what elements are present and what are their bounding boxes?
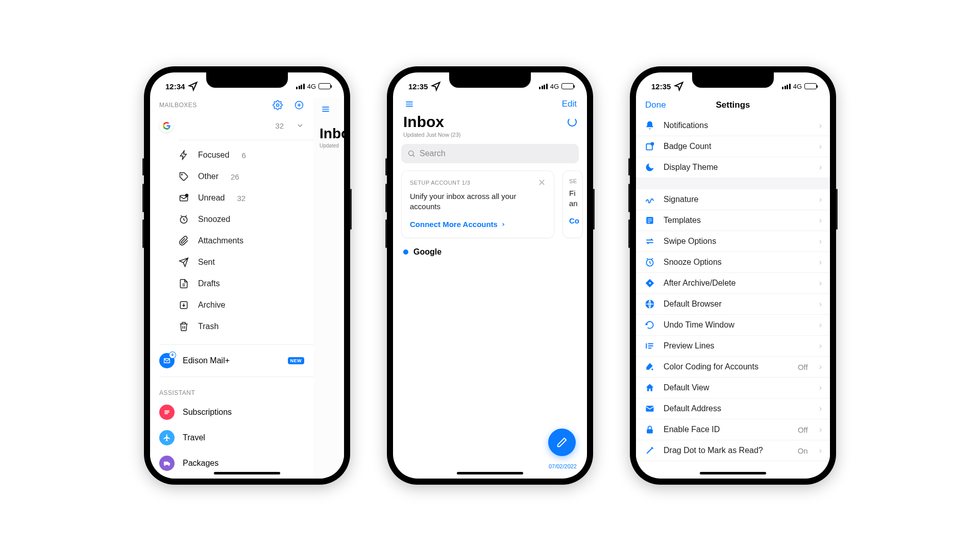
svg-point-9 xyxy=(651,143,654,145)
gear-icon[interactable] xyxy=(273,100,283,110)
svg-point-0 xyxy=(277,104,279,107)
chevron-right-icon: › xyxy=(819,362,822,371)
sidebar-item-attachments[interactable]: Attachments xyxy=(179,230,313,252)
settings-preview-lines[interactable]: Preview Lines› xyxy=(636,336,830,357)
badge-icon xyxy=(644,141,655,152)
new-badge: NEW xyxy=(288,357,305,364)
mail-plus-icon xyxy=(159,353,175,368)
signal-icon xyxy=(782,84,791,89)
signal-icon xyxy=(296,84,305,89)
account-row[interactable]: 32 xyxy=(150,115,313,140)
envelope-icon xyxy=(644,404,655,414)
chevron-down-icon[interactable] xyxy=(296,120,304,131)
svg-rect-13 xyxy=(648,222,650,222)
location-icon xyxy=(188,81,198,91)
clock-icon xyxy=(179,214,189,224)
setup-card-body: Unify your inbox across all your account… xyxy=(410,191,546,212)
sidebar-item-other[interactable]: Other26 xyxy=(179,166,313,187)
done-button[interactable]: Done xyxy=(645,100,666,110)
home-indicator[interactable] xyxy=(214,472,280,474)
chevron-right-icon xyxy=(501,219,506,230)
account-count: 32 xyxy=(275,121,284,130)
home-indicator[interactable] xyxy=(700,472,766,474)
wand-icon xyxy=(644,445,655,456)
battery-icon xyxy=(561,83,574,89)
assistant-subscriptions[interactable]: Subscriptions xyxy=(150,399,313,425)
chevron-right-icon: › xyxy=(819,425,822,434)
svg-point-7 xyxy=(409,151,413,156)
undo-icon xyxy=(644,320,655,330)
chevron-right-icon: › xyxy=(819,299,822,309)
svg-rect-11 xyxy=(648,219,652,219)
google-account-icon xyxy=(159,118,174,133)
assistant-heading: ASSISTANT xyxy=(150,384,313,399)
settings-swipe-options[interactable]: Swipe Options› xyxy=(636,231,830,252)
mailboxes-heading: MAILBOXES xyxy=(159,102,197,109)
edison-mail-plus-row[interactable]: Edison Mail+ NEW xyxy=(159,344,313,377)
trash-icon xyxy=(179,321,189,332)
alarm-icon xyxy=(644,257,655,267)
settings-badge-count[interactable]: Badge Count› xyxy=(636,136,830,157)
hamburger-icon[interactable] xyxy=(320,104,332,114)
settings-default-browser[interactable]: Default Browser› xyxy=(636,294,830,315)
chevron-right-icon: › xyxy=(819,341,822,350)
setup-card-next[interactable]: SE Fian Co xyxy=(562,170,583,238)
close-icon[interactable]: ✕ xyxy=(538,178,546,187)
settings-templates[interactable]: Templates› xyxy=(636,210,830,231)
home-indicator[interactable] xyxy=(457,472,523,474)
status-time: 12:34 xyxy=(165,82,185,91)
settings-face-id[interactable]: Enable Face IDOff› xyxy=(636,419,830,440)
hamburger-icon[interactable] xyxy=(403,99,415,109)
chevron-right-icon: › xyxy=(819,404,822,413)
sidebar-item-archive[interactable]: Archive xyxy=(179,294,313,316)
settings-notifications[interactable]: Notifications› xyxy=(636,115,830,136)
chevron-right-icon: › xyxy=(819,383,822,392)
chevron-right-icon: › xyxy=(819,258,822,267)
unread-icon xyxy=(179,193,189,203)
battery-icon xyxy=(318,83,331,89)
svg-rect-17 xyxy=(646,406,654,412)
network-label: 4G xyxy=(550,83,559,90)
page-title: Inbox xyxy=(403,113,444,131)
edit-button[interactable]: Edit xyxy=(562,99,577,109)
search-icon xyxy=(407,148,415,159)
search-placeholder: Search xyxy=(420,149,446,158)
settings-display-theme[interactable]: Display Theme› xyxy=(636,157,830,178)
add-icon[interactable] xyxy=(294,100,304,110)
chevron-right-icon: › xyxy=(819,279,822,288)
account-section[interactable]: Google xyxy=(393,238,587,266)
compose-button[interactable] xyxy=(548,429,576,456)
packages-icon xyxy=(159,456,175,471)
sidebar-item-sent[interactable]: Sent xyxy=(179,252,313,273)
templates-icon xyxy=(644,215,655,226)
sidebar-item-unread[interactable]: Unread32 xyxy=(179,187,313,209)
sidebar-item-focused[interactable]: Focused6 xyxy=(179,144,313,166)
signal-icon xyxy=(539,84,548,89)
sidebar-item-snoozed[interactable]: Snoozed xyxy=(179,209,313,230)
settings-color-coding[interactable]: Color Coding for AccountsOff› xyxy=(636,357,830,378)
tag-icon xyxy=(179,171,189,182)
settings-default-address[interactable]: Default Address› xyxy=(636,398,830,419)
paperplane-icon xyxy=(179,257,189,267)
home-icon xyxy=(644,383,655,393)
settings-snooze-options[interactable]: Snooze Options› xyxy=(636,252,830,273)
chevron-right-icon: › xyxy=(819,195,822,204)
settings-after-archive[interactable]: After Archive/Delete› xyxy=(636,273,830,294)
settings-default-view[interactable]: Default View› xyxy=(636,378,830,398)
settings-drag-dot[interactable]: Drag Dot to Mark as Read?On› xyxy=(636,440,830,461)
search-input[interactable]: Search xyxy=(401,144,579,163)
status-time: 12:35 xyxy=(651,82,671,91)
network-label: 4G xyxy=(307,83,316,90)
paperclip-icon xyxy=(179,236,189,246)
chevron-right-icon: › xyxy=(819,163,822,172)
settings-undo-time[interactable]: Undo Time Window› xyxy=(636,315,830,336)
sidebar-item-drafts[interactable]: Drafts xyxy=(179,273,313,294)
settings-signature[interactable]: Signature› xyxy=(636,189,830,210)
assistant-travel[interactable]: Travel xyxy=(150,425,313,450)
connect-accounts-button[interactable]: Connect More Accounts xyxy=(410,219,546,230)
chevron-right-icon: › xyxy=(819,216,822,225)
setup-card[interactable]: SETUP ACCOUNT 1/3 ✕ Unify your inbox acr… xyxy=(401,170,554,238)
sidebar-item-trash[interactable]: Trash xyxy=(179,316,313,337)
setup-step-label: SETUP ACCOUNT 1/3 xyxy=(410,180,470,186)
chevron-right-icon: › xyxy=(819,320,822,330)
